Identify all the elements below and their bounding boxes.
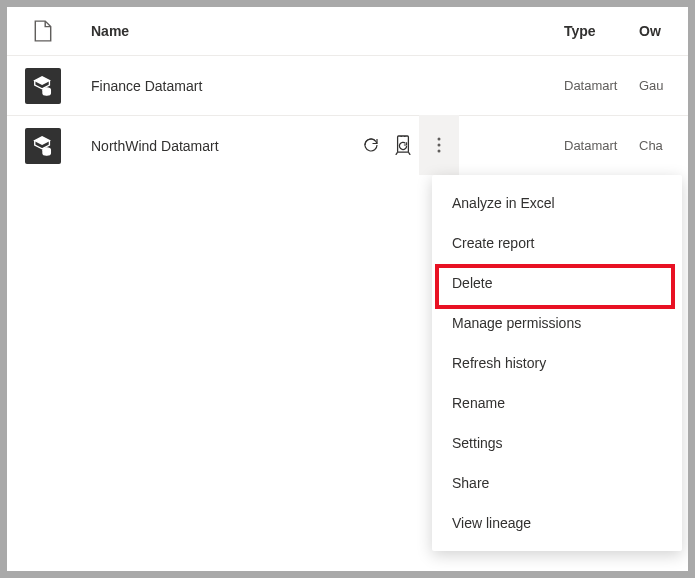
menu-delete[interactable]: Delete [432, 263, 682, 303]
menu-refresh-history[interactable]: Refresh history [432, 343, 682, 383]
table-row[interactable]: NorthWind Datamart Datamart Cha [7, 115, 688, 175]
more-vertical-icon [437, 137, 441, 153]
row-owner: Gau [639, 78, 688, 93]
menu-manage-permissions[interactable]: Manage permissions [432, 303, 682, 343]
menu-share[interactable]: Share [432, 463, 682, 503]
more-options-button[interactable] [419, 115, 459, 175]
refresh-icon [362, 136, 380, 154]
workspace-list: Name Type Ow Finance Datamart Datamart G… [7, 7, 688, 571]
schedule-icon [394, 135, 412, 155]
menu-view-lineage[interactable]: View lineage [432, 503, 682, 543]
menu-create-report[interactable]: Create report [432, 223, 682, 263]
table-header: Name Type Ow [7, 7, 688, 55]
file-icon [34, 20, 52, 42]
header-name[interactable]: Name [79, 23, 424, 39]
row-actions [355, 115, 459, 175]
table-row[interactable]: Finance Datamart Datamart Gau [7, 55, 688, 115]
menu-rename[interactable]: Rename [432, 383, 682, 423]
header-owner[interactable]: Ow [639, 23, 688, 39]
context-menu: Analyze in Excel Create report Delete Ma… [432, 175, 682, 551]
row-name: Finance Datamart [79, 78, 424, 94]
svg-point-3 [438, 138, 441, 141]
refresh-button[interactable] [355, 129, 387, 161]
row-icon-col [7, 128, 79, 164]
schedule-refresh-button[interactable] [387, 129, 419, 161]
svg-point-4 [438, 144, 441, 147]
menu-settings[interactable]: Settings [432, 423, 682, 463]
svg-point-5 [438, 150, 441, 153]
menu-analyze-excel[interactable]: Analyze in Excel [432, 183, 682, 223]
row-icon-col [7, 68, 79, 104]
row-type: Datamart [484, 138, 639, 153]
datamart-icon [25, 128, 61, 164]
row-type: Datamart [484, 78, 639, 93]
datamart-icon [25, 68, 61, 104]
row-owner: Cha [639, 138, 688, 153]
header-type[interactable]: Type [484, 23, 639, 39]
header-icon-col [7, 20, 79, 42]
